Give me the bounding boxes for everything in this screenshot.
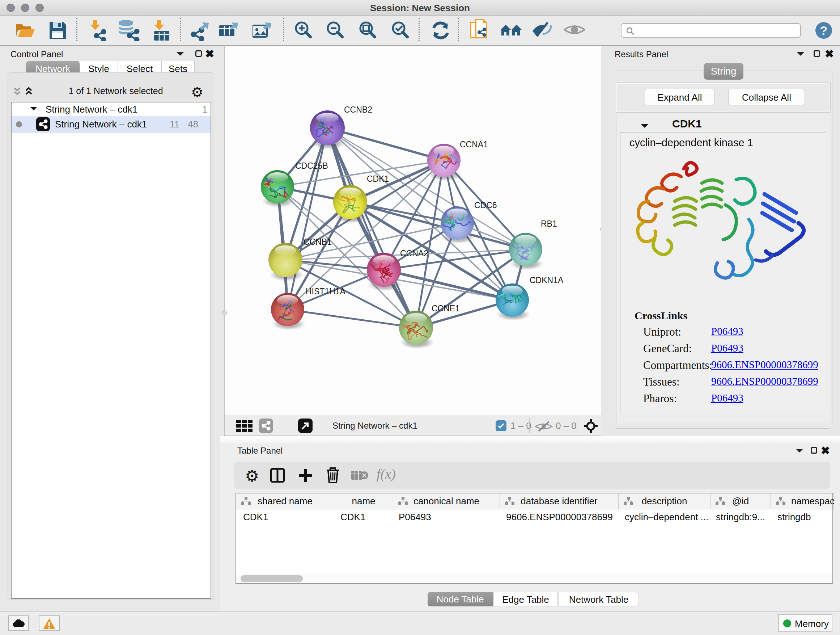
svg-text:CDC6: CDC6 bbox=[474, 201, 497, 210]
svg-text:CDC25B: CDC25B bbox=[295, 161, 328, 171]
svg-text:CCNE1: CCNE1 bbox=[431, 304, 460, 313]
svg-text:RB1: RB1 bbox=[541, 219, 557, 228]
svg-text:CCNA1: CCNA1 bbox=[460, 140, 488, 149]
svg-text:CDKN1A: CDKN1A bbox=[530, 276, 564, 285]
svg-text:CDK1: CDK1 bbox=[367, 174, 389, 184]
svg-text:CCNB2: CCNB2 bbox=[344, 105, 372, 114]
svg-text:CCNB1: CCNB1 bbox=[303, 237, 332, 247]
svg-text:HIST1H1A: HIST1H1A bbox=[306, 287, 346, 296]
svg-text:CCNA2: CCNA2 bbox=[400, 249, 428, 258]
